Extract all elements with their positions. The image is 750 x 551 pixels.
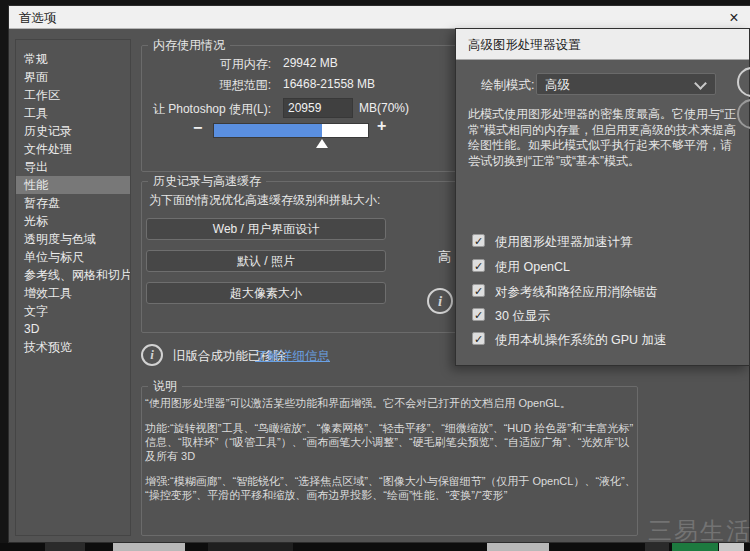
history-cache-title: 历史记录与高速缓存 bbox=[148, 173, 266, 190]
ideal-range-value: 16468-21558 MB bbox=[283, 77, 375, 91]
sidebar-item-export[interactable]: 导出 bbox=[16, 158, 130, 176]
learn-more-link[interactable]: 了解详细信息 bbox=[255, 348, 330, 365]
taskbar-item[interactable] bbox=[113, 543, 185, 551]
close-icon[interactable]: × bbox=[721, 7, 747, 28]
sidebar-item-transparency[interactable]: 透明度与色域 bbox=[16, 230, 130, 248]
description-title: 说明 bbox=[148, 378, 182, 395]
sidebar-item-tools[interactable]: 工具 bbox=[16, 104, 130, 122]
advanced-dialog-title: 高级图形处理器设置 bbox=[468, 37, 581, 54]
cache-hint-text: 为下面的情况优化高速缓存级别和拼贴大小: bbox=[149, 192, 380, 209]
sidebar-item-plugins[interactable]: 增效工具 bbox=[16, 284, 130, 302]
window-title: 首选项 bbox=[19, 10, 57, 27]
ram-slider-fill bbox=[214, 124, 322, 137]
checkbox-label: 使用图形处理器加速计算 bbox=[495, 234, 633, 251]
cache-preset-default-button[interactable]: 默认 / 照片 bbox=[146, 250, 386, 272]
memory-usage-title: 内存使用情况 bbox=[148, 37, 230, 54]
checkbox-checked-icon[interactable]: ✓ bbox=[472, 308, 485, 321]
ok-button-clipped[interactable] bbox=[737, 67, 750, 97]
checkbox-checked-icon[interactable]: ✓ bbox=[472, 259, 485, 272]
sidebar-item-guides-grid[interactable]: 参考线、网格和切片 bbox=[16, 266, 130, 284]
available-ram-value: 29942 MB bbox=[283, 56, 338, 70]
legacy-info-icon: i bbox=[141, 344, 163, 366]
checkbox-checked-icon[interactable]: ✓ bbox=[472, 284, 485, 297]
draw-mode-value: 高级 bbox=[545, 77, 570, 94]
ram-usage-label: 让 Photoshop 使用(L): bbox=[121, 101, 271, 118]
taskbar-item[interactable] bbox=[208, 543, 293, 551]
slider-plus-icon[interactable]: + bbox=[377, 117, 386, 135]
description-body: “使用图形处理器”可以激活某些功能和界面增强。它不会对已打开的文档启用 Open… bbox=[145, 396, 637, 513]
sidebar-item-units-rulers[interactable]: 单位与标尺 bbox=[16, 248, 130, 266]
preferences-sidebar: 常规 界面 工作区 工具 历史记录 文件处理 导出 性能 暂存盘 光标 透明度与… bbox=[15, 39, 131, 536]
ram-usage-input[interactable] bbox=[283, 98, 353, 118]
checkbox-label: 30 位显示 bbox=[495, 308, 550, 325]
taskbar-clock[interactable] bbox=[719, 543, 744, 551]
sidebar-item-scratch-disks[interactable]: 暂存盘 bbox=[16, 194, 130, 212]
chevron-down-icon bbox=[694, 77, 707, 90]
available-ram-label: 可用内存: bbox=[149, 56, 271, 73]
sidebar-item-3d[interactable]: 3D bbox=[16, 320, 130, 338]
advanced-settings-button-partial[interactable]: 高 bbox=[438, 248, 451, 266]
taskbar bbox=[0, 543, 750, 551]
taskbar-item[interactable] bbox=[45, 543, 85, 551]
screenshot-root: 首选项 × 常规 界面 工作区 工具 历史记录 文件处理 导出 性能 暂存盘 光… bbox=[0, 0, 750, 551]
sidebar-item-history-log[interactable]: 历史记录 bbox=[16, 122, 130, 140]
checkbox-checked-icon[interactable]: ✓ bbox=[472, 234, 485, 247]
taskbar-item[interactable] bbox=[487, 543, 549, 551]
sidebar-item-file-handling[interactable]: 文件处理 bbox=[16, 140, 130, 158]
sidebar-item-type[interactable]: 文字 bbox=[16, 302, 130, 320]
draw-mode-label: 绘制模式: bbox=[481, 77, 534, 94]
ideal-range-label: 理想范围: bbox=[149, 77, 271, 94]
description-paragraph-features: 功能:“旋转视图”工具、“鸟瞰缩放”、“像素网格”、“轻击平移”、“细微缩放”、… bbox=[145, 421, 637, 463]
cache-preset-web-button[interactable]: Web / 用户界面设计 bbox=[146, 218, 386, 240]
ram-slider-thumb[interactable] bbox=[316, 139, 328, 148]
sidebar-item-general[interactable]: 常规 bbox=[16, 50, 130, 68]
advanced-dialog-titlebar[interactable]: 高级图形处理器设置 bbox=[456, 29, 749, 60]
sidebar-item-interface[interactable]: 界面 bbox=[16, 68, 130, 86]
taskbar-tray-badge[interactable] bbox=[672, 543, 718, 551]
checkbox-label: 使用 OpenCL bbox=[495, 259, 570, 276]
draw-mode-select[interactable]: 高级 bbox=[536, 73, 716, 95]
slider-minus-icon[interactable]: − bbox=[193, 119, 202, 137]
sidebar-list: 常规 界面 工作区 工具 历史记录 文件处理 导出 性能 暂存盘 光标 透明度与… bbox=[16, 50, 130, 356]
ram-slider-track[interactable] bbox=[213, 123, 369, 138]
description-paragraph-enhance: 增强:“模糊画廊”、“智能锐化”、“选择焦点区域”、“图像大小与保留细节”（仅用… bbox=[145, 474, 637, 502]
cache-preset-huge-button[interactable]: 超大像素大小 bbox=[146, 282, 386, 304]
description-paragraph-gpu: “使用图形处理器”可以激活某些功能和界面增强。它不会对已打开的文档启用 Open… bbox=[145, 396, 637, 410]
advanced-gpu-dialog: 高级图形处理器设置 绘制模式: 高级 此模式使用图形处理器的密集度最高。它使用与… bbox=[455, 28, 750, 366]
sidebar-item-tech-previews[interactable]: 技术预览 bbox=[16, 338, 130, 356]
checkbox-label: 对参考线和路径应用消除锯齿 bbox=[495, 284, 658, 301]
preferences-titlebar[interactable]: 首选项 × bbox=[9, 6, 750, 29]
checkbox-label: 使用本机操作系统的 GPU 加速 bbox=[495, 332, 667, 349]
gpu-info-icon: i bbox=[427, 288, 453, 314]
sidebar-item-workspace[interactable]: 工作区 bbox=[16, 86, 130, 104]
taskbar-tray[interactable] bbox=[645, 543, 669, 551]
ram-usage-suffix: MB(70%) bbox=[359, 101, 409, 115]
sidebar-item-cursors[interactable]: 光标 bbox=[16, 212, 130, 230]
sidebar-item-performance[interactable]: 性能 bbox=[16, 176, 130, 194]
checkbox-checked-icon[interactable]: ✓ bbox=[472, 332, 485, 345]
draw-mode-description: 此模式使用图形处理器的密集度最高。它使用与“正常”模式相同的内存量，但启用更高级… bbox=[468, 107, 740, 169]
